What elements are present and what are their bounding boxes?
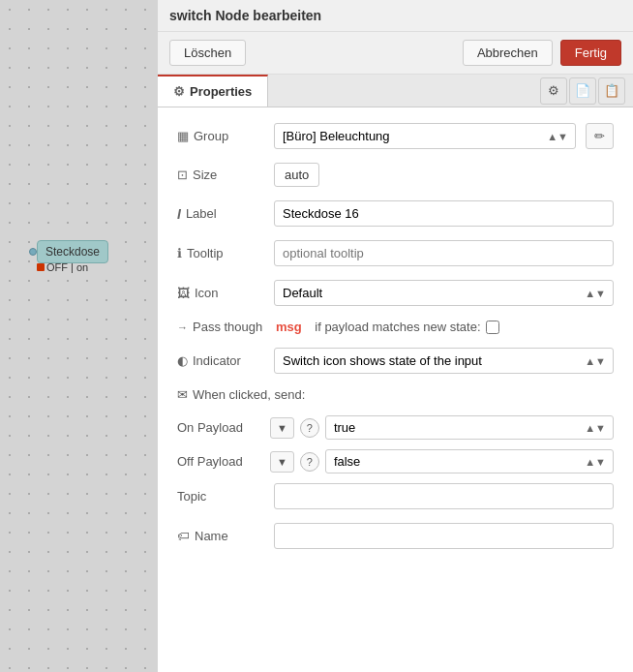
indicator-label: ◐ Indicator (177, 353, 264, 368)
on-payload-row: On Payload ▼ ? true ▲▼ (177, 415, 614, 440)
topic-row: Topic (177, 483, 614, 509)
name-row: 🏷 Name (177, 523, 614, 549)
label-label-text: Label (186, 206, 217, 221)
when-clicked-label: When clicked, send: (193, 387, 305, 402)
off-payload-row: Off Payload ▼ ? false ▲▼ (177, 449, 614, 473)
pass-row: → Pass though msg if payload matches new… (177, 320, 614, 334)
pass-arrow-icon: → (177, 321, 188, 333)
done-button[interactable]: Fertig (560, 40, 621, 66)
node-status-dot (37, 263, 45, 271)
tabs-bar: ⚙ Properties ⚙ 📄 📋 (158, 75, 633, 107)
size-badge: auto (274, 163, 319, 187)
tab-action-gear[interactable]: ⚙ (540, 77, 567, 105)
topic-input[interactable] (274, 483, 614, 509)
label-row: I Label (177, 200, 614, 227)
indicator-icon: ◐ (177, 353, 188, 368)
tab-action-doc[interactable]: 📄 (569, 77, 596, 105)
tab-properties-icon: ⚙ (173, 84, 185, 99)
tooltip-label-text: Tooltip (187, 246, 224, 260)
tab-properties-label: Properties (190, 84, 252, 99)
node-box[interactable]: Steckdose (37, 240, 108, 263)
node-status-text: OFF | on (46, 261, 88, 273)
group-select-wrap: [Büro] Beleuchtung ▲▼ (274, 123, 576, 149)
when-clicked-icon: ✉ (177, 387, 188, 402)
icon-img-icon: 🖼 (177, 286, 190, 300)
tooltip-label: ℹ Tooltip (177, 246, 264, 260)
editor-title-bar: switch Node bearbeiten (158, 0, 633, 32)
group-label-text: Group (194, 129, 228, 143)
on-payload-select[interactable]: true (325, 415, 614, 440)
editor-toolbar: Löschen Abbrechen Fertig (158, 32, 633, 75)
icon-select-wrap: Default ▲▼ (274, 280, 614, 306)
pass-text-after: if payload matches new state: (315, 320, 480, 334)
on-payload-info-button[interactable]: ? (300, 418, 319, 438)
group-row: ▦ Group [Büro] Beleuchtung ▲▼ ✏ (177, 123, 614, 149)
editor-panel: switch Node bearbeiten Löschen Abbrechen… (158, 0, 633, 672)
icon-row: 🖼 Icon Default ▲▼ (177, 280, 614, 306)
name-label-text: Name (195, 529, 228, 543)
label-input[interactable] (274, 200, 614, 227)
editor-title: switch Node bearbeiten (169, 8, 321, 23)
size-icon: ⊡ (177, 168, 188, 182)
node-steckdose[interactable]: Steckdose (29, 240, 108, 263)
indicator-select-wrap: Switch icon shows state of the input ▲▼ (274, 348, 614, 374)
off-payload-info-button[interactable]: ? (300, 452, 319, 472)
label-cursor-icon: I (177, 206, 181, 222)
off-payload-label: Off Payload (177, 454, 264, 469)
toolbar-left: Löschen (169, 40, 246, 66)
form-body: ▦ Group [Büro] Beleuchtung ▲▼ ✏ ⊡ Size a… (158, 107, 633, 672)
tooltip-icon: ℹ (177, 246, 182, 260)
node-connector-left (29, 248, 37, 256)
indicator-row: ◐ Indicator Switch icon shows state of t… (177, 348, 614, 374)
tab-properties[interactable]: ⚙ Properties (158, 75, 268, 107)
group-label: ▦ Group (177, 129, 264, 143)
name-tag-icon: 🏷 (177, 529, 190, 543)
tooltip-row: ℹ Tooltip (177, 240, 614, 266)
topic-label: Topic (177, 489, 264, 504)
canvas-area: Steckdose OFF | on (0, 0, 158, 672)
cancel-button[interactable]: Abbrechen (463, 40, 553, 66)
name-label: 🏷 Name (177, 529, 264, 543)
icon-label-text: Icon (195, 286, 219, 300)
node-status-bar: OFF | on (37, 261, 88, 273)
when-clicked-section: ✉ When clicked, send: (177, 387, 614, 402)
toolbar-right: Abbrechen Fertig (463, 40, 621, 66)
group-icon: ▦ (177, 129, 189, 143)
canvas-grid (0, 0, 158, 672)
tabs-actions: ⚙ 📄 📋 (540, 77, 633, 105)
size-label: ⊡ Size (177, 168, 264, 182)
topic-label-text: Topic (177, 489, 206, 504)
pass-msg-highlight: msg (276, 320, 302, 334)
tab-action-copy[interactable]: 📋 (598, 77, 625, 105)
label-label: I Label (177, 206, 264, 222)
node-label: Steckdose (45, 245, 100, 259)
off-payload-select-wrap: false ▲▼ (325, 449, 614, 473)
pass-checkbox[interactable] (486, 321, 499, 334)
indicator-label-text: Indicator (193, 353, 241, 368)
size-label-text: Size (193, 168, 217, 182)
on-payload-select-wrap: true ▲▼ (325, 415, 614, 440)
indicator-select[interactable]: Switch icon shows state of the input (274, 348, 614, 374)
group-select[interactable]: [Büro] Beleuchtung (274, 123, 576, 149)
off-payload-select[interactable]: false (325, 449, 614, 473)
group-edit-button[interactable]: ✏ (586, 123, 614, 149)
pass-text-before: Pass though (193, 320, 262, 334)
icon-label: 🖼 Icon (177, 286, 264, 300)
delete-button[interactable]: Löschen (169, 40, 246, 66)
size-row: ⊡ Size auto (177, 163, 614, 187)
icon-select[interactable]: Default (274, 280, 614, 306)
name-input[interactable] (274, 523, 614, 549)
tooltip-input[interactable] (274, 240, 614, 266)
on-payload-type-button[interactable]: ▼ (270, 417, 294, 439)
on-payload-label: On Payload (177, 420, 264, 435)
off-payload-type-button[interactable]: ▼ (270, 451, 294, 473)
